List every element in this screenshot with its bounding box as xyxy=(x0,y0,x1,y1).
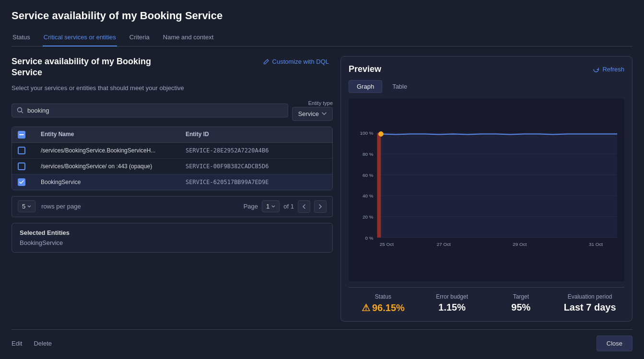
customize-dql-button[interactable]: Customize with DQL xyxy=(259,56,333,67)
error-budget-label: Error budget xyxy=(436,293,468,300)
chevron-left-icon xyxy=(303,204,305,209)
tab-name-and-context[interactable]: Name and context xyxy=(162,30,215,46)
row-checkbox-1[interactable] xyxy=(18,147,25,154)
page-info: Page 1 of 1 xyxy=(244,200,327,213)
tab-bar: Status Critical services or entities Cri… xyxy=(12,30,632,46)
preview-panel: Preview Refresh Graph Table xyxy=(340,56,632,322)
entity-table: Entity Name Entity ID /services/BookingS… xyxy=(12,127,333,190)
bottom-actions: Edit Delete xyxy=(12,338,52,349)
edit-button[interactable]: Edit xyxy=(12,338,22,349)
view-tabs: Graph Table xyxy=(349,80,624,93)
panel-header: Service availability of my Booking Servi… xyxy=(12,56,333,79)
panel-title: Service availability of my Booking Servi… xyxy=(12,56,151,79)
rows-per-page-label: rows per page xyxy=(41,203,81,210)
entity-type-dropdown[interactable]: Service xyxy=(292,107,333,121)
entity-name-3: BookingService xyxy=(41,179,182,185)
page-title: Service availability of my Booking Servi… xyxy=(12,10,632,22)
chevron-down-icon xyxy=(27,205,31,208)
selected-entity-item: BookingService xyxy=(20,239,325,246)
preview-title: Preview xyxy=(349,64,381,74)
svg-point-18 xyxy=(378,132,383,137)
svg-text:29 Oct: 29 Oct xyxy=(513,242,527,247)
bottom-bar: Edit Delete Close xyxy=(12,329,632,351)
table-row: /services/BookingService/ on :443 (opaqu… xyxy=(12,159,332,174)
stats-row: Status ⚠96.15% Error budget 1.15% Target… xyxy=(349,287,624,313)
svg-text:27 Oct: 27 Oct xyxy=(437,242,451,247)
svg-text:20 %: 20 % xyxy=(363,214,374,220)
tab-status[interactable]: Status xyxy=(12,30,31,46)
stat-eval-period: Evaluation period Last 7 days xyxy=(555,293,624,313)
chevron-right-icon xyxy=(319,204,322,209)
next-page-button[interactable] xyxy=(314,200,327,213)
refresh-button[interactable]: Refresh xyxy=(593,66,624,73)
table-row: BookingService SERVICE-620517BB99A7ED9E xyxy=(12,174,332,190)
entity-type-label: Entity type xyxy=(292,100,333,106)
entity-name-1: /services/BookingService.BookingServiceH… xyxy=(41,147,182,154)
tab-criteria[interactable]: Criteria xyxy=(129,30,151,46)
search-input[interactable] xyxy=(27,107,283,114)
search-icon xyxy=(17,107,23,114)
pagination-row: 5 rows per page Page 1 of 1 xyxy=(12,196,333,217)
svg-marker-17 xyxy=(381,134,617,238)
target-label: Target xyxy=(513,293,529,300)
close-button[interactable]: Close xyxy=(597,336,632,351)
svg-text:80 %: 80 % xyxy=(363,151,374,157)
minus-icon xyxy=(19,134,24,135)
svg-text:0 %: 0 % xyxy=(365,235,373,241)
eval-period-label: Evaluation period xyxy=(568,293,612,300)
selected-entities-title: Selected Entities xyxy=(20,229,325,236)
tab-table[interactable]: Table xyxy=(384,80,415,93)
stat-status: Status ⚠96.15% xyxy=(349,293,418,313)
page-number-select[interactable]: 1 xyxy=(262,200,280,212)
left-panel: Service availability of my Booking Servi… xyxy=(12,56,333,322)
chevron-down-icon xyxy=(322,112,327,115)
select-all-checkbox[interactable] xyxy=(18,131,25,139)
selection-label: Select your services or entities that sh… xyxy=(12,84,333,92)
entity-name-2: /services/BookingService/ on :443 (opaqu… xyxy=(41,163,182,170)
svg-text:25 Oct: 25 Oct xyxy=(380,242,394,247)
tab-critical-services[interactable]: Critical services or entities xyxy=(43,30,117,46)
delete-button[interactable]: Delete xyxy=(34,338,52,349)
refresh-icon xyxy=(593,66,599,73)
rows-per-page-select[interactable]: 5 xyxy=(18,200,35,212)
search-row: Entity type Service xyxy=(12,100,333,121)
chart-area: 100 % 80 % 60 % 40 % 20 % 0 % 25 Oct xyxy=(349,99,624,281)
status-label: Status xyxy=(375,293,391,300)
table-header: Entity Name Entity ID xyxy=(12,127,332,143)
stat-target: Target 95% xyxy=(487,293,556,313)
main-content: Service availability of my Booking Servi… xyxy=(12,56,632,322)
svg-text:40 %: 40 % xyxy=(363,193,374,198)
col-entity-name: Entity Name xyxy=(41,131,182,139)
prev-page-button[interactable] xyxy=(298,200,310,213)
entity-id-3: SERVICE-620517BB99A7ED9E xyxy=(186,179,327,185)
svg-text:31 Oct: 31 Oct xyxy=(589,242,603,247)
svg-line-1 xyxy=(22,112,23,113)
stat-error-budget: Error budget 1.15% xyxy=(418,293,487,313)
entity-id-2: SERVICE-00F9B382CADCB5D6 xyxy=(186,163,327,170)
svg-rect-16 xyxy=(377,133,381,238)
entity-id-1: SERVICE-28E2952A7220A4B6 xyxy=(186,147,327,154)
svg-text:60 %: 60 % xyxy=(363,173,374,178)
preview-header: Preview Refresh xyxy=(349,64,624,74)
selected-entities-box: Selected Entities BookingService xyxy=(12,223,333,253)
chevron-down-icon xyxy=(271,205,275,208)
chart-svg: 100 % 80 % 60 % 40 % 20 % 0 % 25 Oct xyxy=(349,99,624,281)
error-budget-value: 1.15% xyxy=(438,302,466,313)
check-icon xyxy=(19,180,24,184)
status-value: ⚠96.15% xyxy=(362,302,405,313)
tab-graph[interactable]: Graph xyxy=(349,80,382,93)
row-checkbox-2[interactable] xyxy=(18,162,25,170)
edit-icon xyxy=(263,58,269,65)
row-checkbox-3[interactable] xyxy=(18,178,25,186)
target-value: 95% xyxy=(511,302,530,313)
eval-period-value: Last 7 days xyxy=(564,302,616,313)
table-row: /services/BookingService.BookingServiceH… xyxy=(12,143,332,159)
svg-text:100 %: 100 % xyxy=(360,131,373,136)
col-entity-id: Entity ID xyxy=(186,131,327,139)
warning-icon: ⚠ xyxy=(362,302,370,313)
search-box xyxy=(12,104,288,117)
